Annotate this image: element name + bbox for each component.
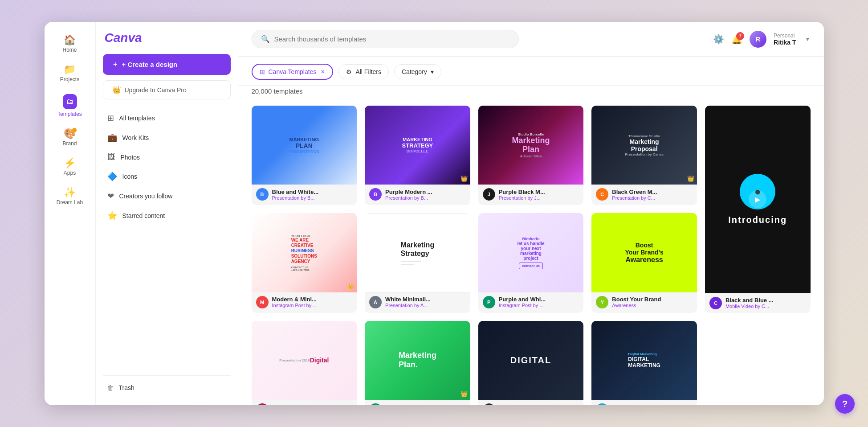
template-count-label: 20,000 templates <box>252 87 303 95</box>
search-input[interactable] <box>274 35 509 43</box>
play-button-5[interactable]: ▶ <box>749 190 766 208</box>
sidebar-menu-all-templates[interactable]: ⊞ All templates <box>103 108 231 128</box>
creator-avatar-8: P <box>483 296 495 308</box>
sidebar-menu-trash[interactable]: 🗑 Trash <box>103 379 231 396</box>
user-avatar[interactable]: R <box>750 31 766 48</box>
sidebar-item-brand-label: Brand <box>62 140 77 147</box>
template-info-8: P Purple and Whi... Instagram Post by ..… <box>478 292 584 312</box>
template-card-9[interactable]: BoostYour Brand's Awareness Y Boost Your… <box>591 213 697 312</box>
sidebar-divider <box>103 375 231 376</box>
template-thumb-4: Thomasave Studio MarketingProposal Prese… <box>591 106 697 185</box>
sidebar-item-apps[interactable]: ⚡ Apps <box>50 154 90 181</box>
creator-avatar-5: C <box>709 297 722 309</box>
sidebar-nav: 🏠 Home 📁 Projects 🗂 Templates 🎨 Brand <box>45 22 96 405</box>
template-info-6: M Modern & Mini... Instagram Post by ... <box>252 292 357 312</box>
template-title-6: Modern & Mini... <box>272 296 353 303</box>
trash-label: Trash <box>119 384 134 391</box>
sidebar-menu-photos[interactable]: 🖼 Photos <box>103 148 231 167</box>
template-title-12: Digital... <box>499 404 579 405</box>
help-button[interactable]: ? <box>835 394 855 414</box>
template-count: 20,000 templates <box>238 86 824 99</box>
template-card-2[interactable]: MARKETING STRATEGY BORCELLE 👑 B Purple M… <box>365 106 470 205</box>
creator-avatar-6: M <box>256 296 269 308</box>
template-title-2: Purple Modern ... <box>385 189 466 195</box>
user-account-label: Personal <box>774 33 796 39</box>
creator-avatar-3: J <box>483 188 495 201</box>
trash-icon: 🗑 <box>107 384 114 391</box>
starred-label: Starred content <box>122 212 165 219</box>
template-subtitle-7: Presentation by A... <box>385 303 466 308</box>
dreamlab-icon: ✨ <box>64 188 76 197</box>
sidebar-menu-starred[interactable]: ⭐ Starred content <box>103 206 231 226</box>
sidebar-menu-icons[interactable]: 🔷 Icons <box>103 167 231 186</box>
crown-badge-4: 👑 <box>687 175 694 182</box>
upgrade-button[interactable]: 👑 Upgrade to Canva Pro <box>103 80 231 99</box>
sidebar-item-templates[interactable]: 🗂 Templates <box>50 90 90 122</box>
template-thumb-1: MARKETING PLAN PRESENTATION <box>252 106 357 185</box>
sidebar-item-brand[interactable]: 🎨 Brand <box>50 124 90 151</box>
notifications-button[interactable]: 🔔 7 <box>731 34 742 45</box>
template-subtitle-8: Instagram Post by ... <box>499 303 579 308</box>
upgrade-label: Upgrade to Canva Pro <box>125 86 187 94</box>
sidebar-menu-creators[interactable]: ❤ Creators you follow <box>103 186 231 206</box>
filter-bar: ⊞ Canva Templates ✕ ⚙ All Filters Catego… <box>238 57 824 86</box>
template-title-1: Blue and White... <box>272 189 353 195</box>
photo-icon: 🖼 <box>107 152 115 162</box>
settings-button[interactable]: ⚙️ <box>713 34 724 45</box>
creator-avatar-7: A <box>369 296 382 308</box>
sidebar-item-home[interactable]: 🏠 Home <box>50 31 90 57</box>
search-icon: 🔍 <box>261 35 270 43</box>
template-info-10: D Digital... Presentation by ... <box>252 400 357 405</box>
create-design-button[interactable]: ＋ + Create a design <box>103 54 231 75</box>
all-filters-chip[interactable]: ⚙ All Filters <box>338 64 389 79</box>
category-chevron-icon: ▾ <box>431 68 434 75</box>
template-info-1: B Blue and White... Presentation by B... <box>252 185 357 204</box>
icons-label: Icons <box>122 173 137 180</box>
template-area: MARKETING PLAN PRESENTATION B Blue and W… <box>238 99 824 405</box>
template-subtitle-2: Presentation by B... <box>385 195 466 201</box>
template-title-8: Purple and Whi... <box>499 296 579 303</box>
creators-label: Creators you follow <box>119 193 173 200</box>
template-card-3[interactable]: Studio Borcelle MarketingPlan Adaeze Sil… <box>478 106 584 205</box>
template-card-6[interactable]: YOUR LOGO WE ARECREATIVEBUSINESSSOLUTION… <box>252 213 357 312</box>
template-thumb-8: Rimberio let us handleyour nextmarketing… <box>478 213 584 292</box>
template-card-4[interactable]: Thomasave Studio MarketingProposal Prese… <box>591 106 697 205</box>
user-info[interactable]: Personal Ritika T <box>774 33 796 46</box>
heart-icon: ❤ <box>107 191 114 201</box>
sidebar-item-dreamlab-label: Dream Lab <box>57 199 83 205</box>
crown-badge-11: 👑 <box>460 390 468 397</box>
template-chip-icon: ⊞ <box>260 68 265 75</box>
template-card-8[interactable]: Rimberio let us handleyour nextmarketing… <box>478 213 584 312</box>
search-bar[interactable]: 🔍 <box>252 30 519 48</box>
template-card-11[interactable]: MarketingPlan. 👑 M Marketing Plan Presen… <box>365 321 470 405</box>
header: 🔍 ⚙️ 🔔 7 R Personal Ritika T ▼ <box>238 22 824 57</box>
creator-avatar-11: M <box>369 403 382 405</box>
creator-avatar-13: D <box>596 403 608 405</box>
notifications-badge: 7 <box>736 32 744 40</box>
all-templates-label: All templates <box>119 115 155 122</box>
template-title-9: Boost Your Brand <box>612 296 693 303</box>
template-info-13: D Digital Marketing Presentation by ... <box>591 400 697 405</box>
template-card-13[interactable]: Digital Marketing DIGITALMARKETING D Dig… <box>591 321 697 405</box>
template-card-5[interactable]: ● Introducing ▶ C Black and Blue ... Mob… <box>705 106 811 313</box>
sidebar-menu-work-kits[interactable]: 💼 Work Kits <box>103 128 231 148</box>
template-card-7[interactable]: MarketingStrategy A White Minimali... Pr… <box>365 213 470 312</box>
main-content: 🔍 ⚙️ 🔔 7 R Personal Ritika T ▼ <box>238 22 824 405</box>
template-thumb-12: DIGITAL <box>478 321 584 400</box>
template-title-10: Digital... <box>272 404 353 405</box>
canva-templates-chip[interactable]: ⊞ Canva Templates ✕ <box>252 64 334 80</box>
chip-close-icon[interactable]: ✕ <box>321 69 325 75</box>
template-card-1[interactable]: MARKETING PLAN PRESENTATION B Blue and W… <box>252 106 357 205</box>
template-info-2: B Purple Modern ... Presentation by B... <box>365 185 470 204</box>
template-card-10[interactable]: Presentation 2016 Digital D Digital... P… <box>252 321 357 405</box>
template-thumb-10: Presentation 2016 Digital <box>252 321 357 400</box>
category-chip[interactable]: Category ▾ <box>394 64 441 79</box>
template-thumb-6: YOUR LOGO WE ARECREATIVEBUSINESSSOLUTION… <box>252 213 357 292</box>
template-card-12[interactable]: DIGITAL D Digital... Instagram Post by .… <box>478 321 584 405</box>
chevron-down-icon[interactable]: ▼ <box>805 36 811 42</box>
sidebar-item-dreamlab[interactable]: ✨ Dream Lab <box>50 183 90 210</box>
icons-icon: 🔷 <box>107 172 117 181</box>
crown-badge-6: 👑 <box>347 283 354 290</box>
home-icon: 🏠 <box>64 35 76 45</box>
sidebar-item-projects[interactable]: 📁 Projects <box>50 60 90 87</box>
